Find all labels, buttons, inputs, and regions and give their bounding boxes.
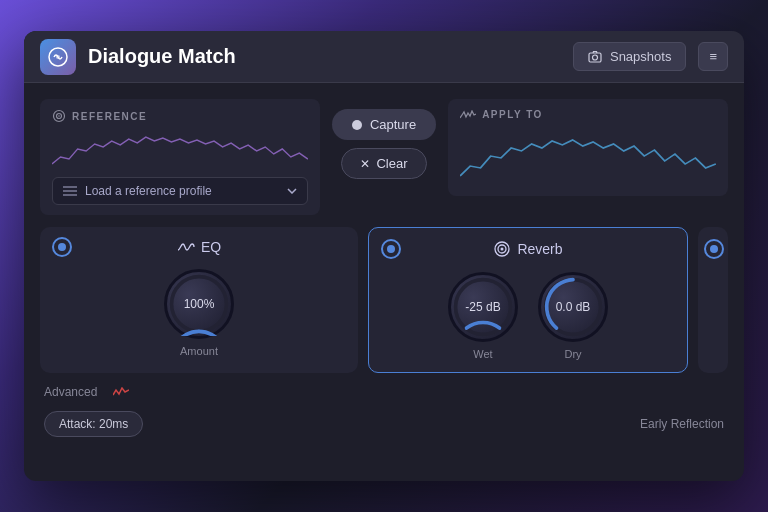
reverb-dry-knob[interactable]: 0.0 dB	[538, 272, 608, 342]
eq-module: EQ 100% Amount	[40, 227, 358, 373]
reference-row: REFERENCE Load a reference profile	[40, 99, 728, 215]
reverb-icon	[493, 240, 511, 258]
reverb-toggle[interactable]	[381, 239, 401, 259]
reverb-wet-knob-container: -25 dB Wet	[448, 272, 518, 360]
capture-area: Capture ✕ Clear	[332, 99, 436, 189]
svg-point-3	[592, 55, 597, 60]
eq-icon	[177, 241, 195, 253]
clear-button[interactable]: ✕ Clear	[341, 148, 426, 179]
svg-point-1	[56, 55, 60, 59]
third-module	[698, 227, 728, 373]
toggle-inner	[710, 245, 718, 253]
eq-module-header: EQ	[52, 239, 346, 255]
apply-waveform	[460, 126, 716, 186]
reference-label: REFERENCE	[52, 109, 308, 123]
list-icon	[63, 185, 77, 197]
eq-amount-knob[interactable]: 100%	[164, 269, 234, 339]
reverb-module: Reverb -25 dB Wet	[368, 227, 688, 373]
waveform-icon	[460, 110, 476, 120]
x-icon: ✕	[360, 157, 370, 171]
apply-label: APPLY TO	[460, 109, 716, 120]
eq-title: EQ	[177, 239, 221, 255]
toggle-inner	[58, 243, 66, 251]
eq-knobs: 100% Amount	[52, 269, 346, 357]
svg-point-6	[58, 115, 60, 117]
reverb-dry-knob-container: 0.0 dB Dry	[538, 272, 608, 360]
attack-badge: Attack: 20ms	[44, 411, 143, 437]
modules-row: EQ 100% Amount	[40, 227, 728, 373]
chevron-down-icon	[287, 188, 297, 194]
apply-panel: APPLY TO	[448, 99, 728, 196]
logo-icon	[40, 39, 76, 75]
target-icon	[52, 109, 66, 123]
reverb-module-header: Reverb	[381, 240, 675, 258]
reverb-wet-knob[interactable]: -25 dB	[448, 272, 518, 342]
menu-button[interactable]: ≡	[698, 42, 728, 71]
snapshots-button[interactable]: Snapshots	[573, 42, 686, 71]
capture-button[interactable]: Capture	[332, 109, 436, 140]
svg-rect-2	[589, 53, 601, 62]
main-content: REFERENCE Load a reference profile	[24, 83, 744, 453]
svg-point-13	[501, 248, 504, 251]
eq-amount-knob-container: 100% Amount	[164, 269, 234, 357]
advanced-label: Advanced	[44, 385, 97, 399]
eq-toggle[interactable]	[52, 237, 72, 257]
attack-row: Attack: 20ms Early Reflection	[40, 411, 728, 437]
advanced-waveform-icon	[113, 387, 129, 397]
app-window: Dialogue Match Snapshots ≡	[24, 31, 744, 481]
header: Dialogue Match Snapshots ≡	[24, 31, 744, 83]
toggle-inner	[387, 245, 395, 253]
bottom-row: Advanced	[40, 385, 728, 399]
camera-icon	[588, 50, 602, 64]
early-reflection-label: Early Reflection	[640, 417, 724, 431]
reverb-knobs: -25 dB Wet 0.0 dB Dry	[381, 272, 675, 360]
hamburger-icon: ≡	[709, 49, 717, 64]
load-profile-dropdown[interactable]: Load a reference profile	[52, 177, 308, 205]
reference-waveform	[52, 129, 308, 169]
app-title: Dialogue Match	[88, 45, 561, 68]
reverb-title: Reverb	[493, 240, 562, 258]
third-module-toggle[interactable]	[704, 239, 724, 259]
reference-panel: REFERENCE Load a reference profile	[40, 99, 320, 215]
capture-dot-icon	[352, 120, 362, 130]
